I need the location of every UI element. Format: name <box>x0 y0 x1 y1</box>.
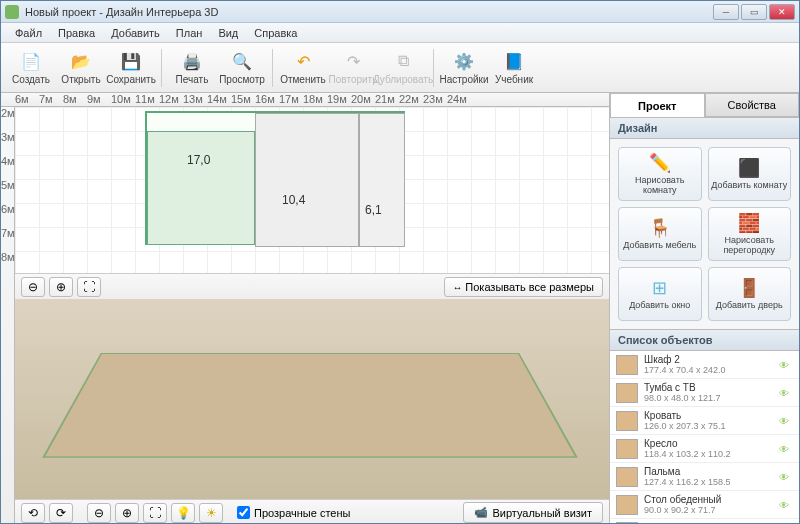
object-item[interactable]: Тумба с ТВ98.0 x 48.0 x 121.7👁 <box>610 379 799 407</box>
object-dimensions: 127.4 x 116.2 x 158.5 <box>644 477 773 487</box>
save-icon: 💾 <box>120 50 142 72</box>
object-thumb <box>616 495 638 515</box>
light-settings[interactable]: ☀ <box>199 503 223 523</box>
zoom-in-2d[interactable]: ⊕ <box>49 277 73 297</box>
object-dimensions: 126.0 x 207.3 x 75.1 <box>644 421 773 431</box>
object-item[interactable]: Шкаф 2177.4 x 70.4 x 242.0👁 <box>610 351 799 379</box>
add-room-button[interactable]: ⬛Добавить комнату <box>708 147 792 201</box>
camera-icon: 📹 <box>474 506 488 519</box>
ruler-tick: 9м <box>87 93 111 106</box>
tab-project[interactable]: Проект <box>610 93 705 117</box>
book-icon: 📘 <box>503 50 525 72</box>
plan-2d-view[interactable]: 17,0 10,4 6,1 <box>15 107 609 273</box>
ruler-tick: 4м <box>1 155 14 179</box>
object-item[interactable]: Стул👁 <box>610 519 799 524</box>
show-all-dimensions[interactable]: ↔ Показывать все размеры <box>444 277 603 297</box>
zoom-fit-2d[interactable]: ⛶ <box>77 277 101 297</box>
create-button[interactable]: 📄Создать <box>7 46 55 90</box>
add-window-button[interactable]: ⊞Добавить окно <box>618 267 702 321</box>
magnifier-icon: 🔍 <box>231 50 253 72</box>
plan-3d-view[interactable] <box>15 299 609 499</box>
room-2[interactable] <box>255 113 359 247</box>
add-furniture-button[interactable]: 🪑Добавить мебель <box>618 207 702 261</box>
visibility-icon[interactable]: 👁 <box>779 360 793 370</box>
object-item[interactable]: Стол обеденный90.0 x 90.2 x 71.7👁 <box>610 491 799 519</box>
object-item[interactable]: Кресло118.4 x 103.2 x 110.2👁 <box>610 435 799 463</box>
settings-button[interactable]: ⚙️Настройки <box>440 46 488 90</box>
pencil-room-icon: ✏️ <box>649 152 671 174</box>
close-button[interactable]: ✕ <box>769 4 795 20</box>
preview-button[interactable]: 🔍Просмотр <box>218 46 266 90</box>
zoom-out-2d[interactable]: ⊖ <box>21 277 45 297</box>
app-icon <box>5 5 19 19</box>
object-thumb <box>616 355 638 375</box>
zoom-out-3d[interactable]: ⊖ <box>87 503 111 523</box>
add-door-button[interactable]: 🚪Добавить дверь <box>708 267 792 321</box>
printer-icon: 🖨️ <box>181 50 203 72</box>
visibility-icon[interactable]: 👁 <box>779 416 793 426</box>
menu-add[interactable]: Добавить <box>103 25 168 41</box>
menu-plan[interactable]: План <box>168 25 211 41</box>
redo-button[interactable]: ↷Повторить <box>329 46 377 90</box>
tab-properties[interactable]: Свойства <box>705 93 800 117</box>
ruler-tick: 8м <box>1 251 14 275</box>
object-item[interactable]: Пальма127.4 x 116.2 x 158.5👁 <box>610 463 799 491</box>
duplicate-icon: ⧉ <box>392 50 414 72</box>
ruler-tick: 18м <box>303 93 327 106</box>
ruler-tick: 7м <box>1 227 14 251</box>
object-dimensions: 98.0 x 48.0 x 121.7 <box>644 393 773 403</box>
ruler-tick: 19м <box>327 93 351 106</box>
draw-partition-button[interactable]: 🧱Нарисовать перегородку <box>708 207 792 261</box>
zoom-bar-2d: ⊖ ⊕ ⛶ ↔ Показывать все размеры <box>15 273 609 299</box>
tutorial-button[interactable]: 📘Учебник <box>490 46 538 90</box>
ruler-tick: 20м <box>351 93 375 106</box>
visibility-icon[interactable]: 👁 <box>779 500 793 510</box>
menu-bar: Файл Правка Добавить План Вид Справка <box>1 23 799 43</box>
save-button[interactable]: 💾Сохранить <box>107 46 155 90</box>
title-bar: Новый проект - Дизайн Интерьера 3D ─ ▭ ✕ <box>1 1 799 23</box>
visibility-icon[interactable]: 👁 <box>779 388 793 398</box>
duplicate-button[interactable]: ⧉Дублировать <box>379 46 427 90</box>
floorplan[interactable]: 17,0 10,4 6,1 <box>145 111 405 245</box>
room-1[interactable] <box>147 131 255 245</box>
print-button[interactable]: 🖨️Печать <box>168 46 216 90</box>
visibility-icon[interactable]: 👁 <box>779 444 793 454</box>
ruler-tick: 7м <box>39 93 63 106</box>
menu-help[interactable]: Справка <box>246 25 305 41</box>
object-dimensions: 118.4 x 103.2 x 110.2 <box>644 449 773 459</box>
object-name: Кресло <box>644 438 773 449</box>
object-name: Кровать <box>644 410 773 421</box>
menu-view[interactable]: Вид <box>210 25 246 41</box>
ruler-tick: 22м <box>399 93 423 106</box>
transparent-walls-checkbox[interactable]: Прозрачные стены <box>237 506 350 519</box>
room-3-area: 6,1 <box>365 203 382 217</box>
object-list[interactable]: Шкаф 2177.4 x 70.4 x 242.0👁Тумба с ТВ98.… <box>610 351 799 524</box>
add-room-icon: ⬛ <box>738 157 760 179</box>
minimize-button[interactable]: ─ <box>713 4 739 20</box>
rotate-left[interactable]: ⟲ <box>21 503 45 523</box>
virtual-visit-button[interactable]: 📹Виртуальный визит <box>463 502 603 523</box>
main-toolbar: 📄Создать 📂Открыть 💾Сохранить 🖨️Печать 🔍П… <box>1 43 799 93</box>
ruler-tick: 23м <box>423 93 447 106</box>
ruler-tick: 3м <box>1 131 14 155</box>
undo-button[interactable]: ↶Отменить <box>279 46 327 90</box>
right-panel: Проект Свойства Дизайн ✏️Нарисовать комн… <box>609 93 799 524</box>
maximize-button[interactable]: ▭ <box>741 4 767 20</box>
ruler-tick: 11м <box>135 93 159 106</box>
ruler-tick: 21м <box>375 93 399 106</box>
zoom-in-3d[interactable]: ⊕ <box>115 503 139 523</box>
open-button[interactable]: 📂Открыть <box>57 46 105 90</box>
object-name: Шкаф 2 <box>644 354 773 365</box>
visibility-icon[interactable]: 👁 <box>779 472 793 482</box>
draw-room-button[interactable]: ✏️Нарисовать комнату <box>618 147 702 201</box>
ruler-tick: 24м <box>447 93 471 106</box>
zoom-fit-3d[interactable]: ⛶ <box>143 503 167 523</box>
ruler-tick: 17м <box>279 93 303 106</box>
menu-file[interactable]: Файл <box>7 25 50 41</box>
room-3[interactable] <box>359 113 405 247</box>
menu-edit[interactable]: Правка <box>50 25 103 41</box>
rotate-right[interactable]: ⟳ <box>49 503 73 523</box>
door-icon: 🚪 <box>738 277 760 299</box>
object-item[interactable]: Кровать126.0 x 207.3 x 75.1👁 <box>610 407 799 435</box>
light-toggle[interactable]: 💡 <box>171 503 195 523</box>
